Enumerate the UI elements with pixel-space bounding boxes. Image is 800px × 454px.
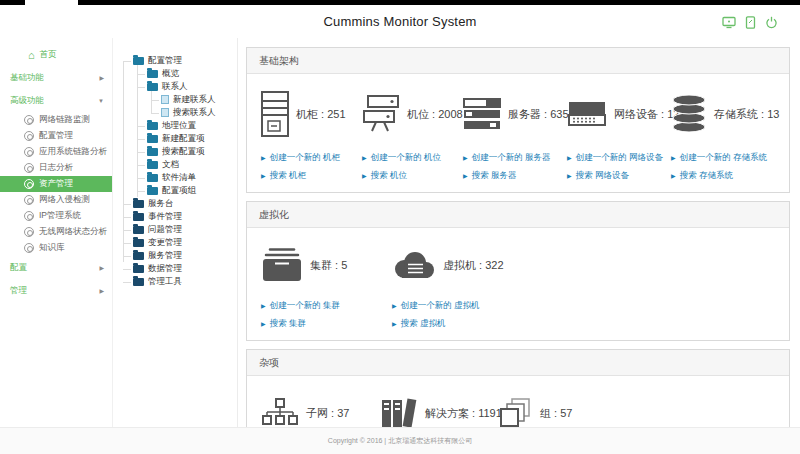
monitor-icon[interactable] — [722, 16, 736, 29]
link-arrow-icon: ▶ — [671, 155, 676, 161]
folder-icon — [133, 226, 144, 234]
tree-item-change-management[interactable]: 变更管理 — [113, 236, 237, 249]
tree-item-data-management[interactable]: 数据管理 — [113, 262, 237, 275]
tree-item-label: 管理工具 — [148, 276, 182, 288]
sidebar-item-asset-management[interactable]: 资产管理 — [0, 176, 112, 192]
chevron-right-icon: ▶ — [99, 74, 104, 81]
network-link-icon — [24, 115, 34, 125]
tree-item-geolocation[interactable]: 地理位置 — [113, 119, 237, 132]
create-cluster-link[interactable]: ▶ 创建一个新的 集群 — [261, 300, 392, 312]
folder-icon — [133, 252, 144, 260]
tree-item-search-contact[interactable]: 搜索联系人 — [113, 106, 237, 119]
card-summary: 虚拟机 : 322 — [392, 240, 523, 290]
card-title: 虚拟机 : 322 — [443, 258, 504, 273]
wireless-icon — [24, 227, 34, 237]
create-storage-link[interactable]: ▶ 创建一个新的 存储系统 — [671, 152, 775, 164]
card-summary: 机柜 : 251 — [261, 86, 362, 142]
create-server-link[interactable]: ▶ 创建一个新的 服务器 — [463, 152, 567, 164]
sidebar-item-label: IP管理系统 — [39, 210, 81, 222]
sidebar-item-config-management[interactable]: 配置管理 — [0, 128, 112, 144]
link-label: 搜索 网络设备 — [576, 170, 629, 182]
section-title: 杂项 — [247, 350, 789, 376]
tree-item-documents[interactable]: 文档 — [113, 158, 237, 171]
tree-item-label: 服务管理 — [148, 250, 182, 262]
sidebar-group-basic[interactable]: 基础功能 ▶ — [0, 66, 112, 89]
link-label: 创建一个新的 虚拟机 — [401, 300, 480, 312]
card-cluster: 集群 : 5 ▶ 创建一个新的 集群 ▶ 搜索 集群 — [261, 240, 392, 336]
search-cluster-link[interactable]: ▶ 搜索 集群 — [261, 318, 392, 330]
tree-item-config-item-group[interactable]: 配置项组 — [113, 184, 237, 197]
search-vm-link[interactable]: ▶ 搜索 虚拟机 — [392, 318, 523, 330]
link-label: 创建一个新的 服务器 — [472, 152, 551, 164]
create-rack-unit-link[interactable]: ▶ 创建一个新的 机位 — [362, 152, 463, 164]
create-vm-link[interactable]: ▶ 创建一个新的 虚拟机 — [392, 300, 523, 312]
link-arrow-icon: ▶ — [567, 173, 572, 179]
copyright-text: Copyright © 2016 | 北京瑞通宏达科技有限公司 — [328, 436, 472, 446]
search-rack-unit-link[interactable]: ▶ 搜索 机位 — [362, 170, 463, 182]
mobile-icon[interactable] — [745, 16, 756, 29]
tree-item-new-config-item[interactable]: 新建配置项 — [113, 132, 237, 145]
link-arrow-icon: ▶ — [671, 173, 676, 179]
tree-item-problem-management[interactable]: 问题管理 — [113, 223, 237, 236]
link-label: 创建一个新的 机柜 — [270, 152, 340, 164]
sidebar-item-home[interactable]: ⌂ 首页 — [0, 44, 112, 66]
sidebar-item-knowledge-base[interactable]: 知识库 — [0, 240, 112, 256]
card-summary: 子网 : 37 — [261, 388, 380, 427]
tree-item-label: 配置项组 — [162, 185, 196, 197]
link-arrow-icon: ▶ — [392, 303, 397, 309]
tree-item-config-management[interactable]: 配置管理 — [113, 54, 237, 67]
card-title: 机位 : 2008 — [407, 107, 463, 122]
tree-item-search-config-item[interactable]: 搜索配置项 — [113, 145, 237, 158]
config-icon — [24, 131, 34, 141]
folder-icon — [133, 213, 144, 221]
power-icon[interactable] — [765, 16, 778, 29]
link-label: 搜索 集群 — [270, 318, 306, 330]
sidebar-item-intrusion-detection[interactable]: 网络入侵检测 — [0, 192, 112, 208]
create-rack-link[interactable]: ▶ 创建一个新的 机柜 — [261, 152, 362, 164]
card-summary: 机位 : 2008 — [362, 86, 463, 142]
folder-icon — [147, 135, 158, 143]
link-arrow-icon: ▶ — [463, 155, 468, 161]
section-title: 虚拟化 — [247, 202, 789, 228]
tree-item-service-desk[interactable]: 服务台 — [113, 197, 237, 210]
sidebar-group-config[interactable]: 配置 ▶ — [0, 256, 112, 279]
link-label: 创建一个新的 机位 — [371, 152, 441, 164]
tree-item-service-management[interactable]: 服务管理 — [113, 249, 237, 262]
card-title: 集群 : 5 — [310, 258, 347, 273]
tree-item-new-contact[interactable]: 新建联系人 — [113, 93, 237, 106]
cluster-icon — [261, 247, 303, 283]
tree-item-contacts[interactable]: 联系人 — [113, 80, 237, 93]
sidebar-group-advanced-label: 高级功能 — [10, 95, 44, 107]
link-label: 创建一个新的 存储系统 — [680, 152, 767, 164]
sidebar-item-network-link-monitor[interactable]: 网络链路监测 — [0, 112, 112, 128]
tree-item-incident-management[interactable]: 事件管理 — [113, 210, 237, 223]
link-arrow-icon: ▶ — [261, 303, 266, 309]
search-storage-link[interactable]: ▶ 搜索 存储系统 — [671, 170, 775, 182]
search-server-link[interactable]: ▶ 搜索 服务器 — [463, 170, 567, 182]
link-label: 搜索 机位 — [371, 170, 407, 182]
link-label: 创建一个新的 集群 — [270, 300, 340, 312]
tree-item-software-list[interactable]: 软件清单 — [113, 171, 237, 184]
sidebar-group-admin[interactable]: 管理 ▶ — [0, 279, 112, 302]
tree-item-label: 问题管理 — [148, 224, 182, 236]
sidebar-item-app-link-analysis[interactable]: 应用系统链路分析 — [0, 144, 112, 160]
rack-unit-icon — [362, 94, 400, 134]
storage-icon — [671, 94, 707, 134]
sidebar-group-admin-label: 管理 — [10, 285, 27, 297]
card-group: 组 : 57 ▶ 创建一个新的 组 ▶ 搜索 组 — [499, 388, 618, 427]
tree-item-overview[interactable]: 概览 — [113, 67, 237, 80]
search-rack-link[interactable]: ▶ 搜索 机柜 — [261, 170, 362, 182]
group-icon — [499, 397, 533, 427]
app-header: Cummins Monitor System — [0, 5, 800, 38]
sidebar-item-log-analysis[interactable]: 日志分析 — [0, 160, 112, 176]
card-title: 解决方案 : 1191 — [425, 406, 502, 421]
tree-item-admin-tools[interactable]: 管理工具 — [113, 275, 237, 288]
search-network-device-link[interactable]: ▶ 搜索 网络设备 — [567, 170, 671, 182]
sidebar-item-ip-management[interactable]: IP管理系统 — [0, 208, 112, 224]
section-misc: 杂项 — [246, 349, 790, 427]
tree-item-label: 变更管理 — [148, 237, 182, 249]
sidebar-item-wireless-analysis[interactable]: 无线网络状态分析 — [0, 224, 112, 240]
create-network-device-link[interactable]: ▶ 创建一个新的 网络设备 — [567, 152, 671, 164]
card-summary: 服务器 : 635 — [463, 86, 567, 142]
sidebar-group-advanced[interactable]: 高级功能 ▼ — [0, 89, 112, 112]
